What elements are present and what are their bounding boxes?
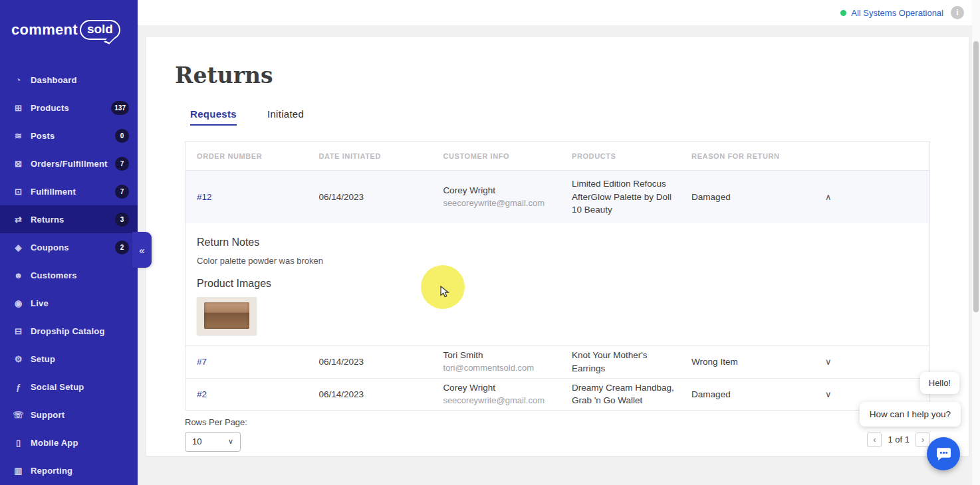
logo-text-sold: sold [80,20,120,40]
commentsold-logo[interactable]: comment sold [0,0,138,48]
returns-table: ORDER NUMBER DATE INITIATED CUSTOMER INF… [185,141,930,411]
chevron-up-icon: ∧ [825,192,832,202]
reporting-icon: ▥ [13,466,24,476]
sidebar-item-setup[interactable]: ⚙ Setup [0,345,138,373]
sidebar-item-reporting[interactable]: ▥ Reporting [0,456,138,484]
chat-icon [935,446,952,462]
sidebar-item-label: Mobile App [31,438,129,448]
return-notes-text: Color palette powder was broken [197,256,918,266]
rows-per-page-value: 10 [192,436,201,446]
dashboard-icon: ◔ [13,75,24,85]
column-header-reason-for-return: REASON FOR RETURN [680,152,805,160]
chevron-down-icon: ∨ [228,437,233,446]
support-icon: ☏ [13,410,24,420]
sidebar-item-label: Posts [31,131,115,141]
customer-name: Corey Wright [443,381,560,395]
order-number-link[interactable]: #7 [197,357,207,367]
sidebar-item-label: Reporting [31,466,129,476]
column-header-customer-info: CUSTOMER INFO [431,152,560,160]
reason-cell: Damaged [680,389,805,399]
sidebar-collapse-button[interactable]: « [132,232,152,268]
logo-text-comment: comment [11,21,78,39]
tab-requests[interactable]: Requests [190,108,237,126]
table-row[interactable]: #12 06/14/2023 Corey Wright seecoreywrit… [185,171,929,223]
order-number-link[interactable]: #2 [197,389,207,399]
products-badge: 137 [111,101,129,115]
info-icon[interactable]: i [951,6,964,19]
expand-row-button[interactable]: ∨ [805,357,929,367]
chat-launcher-button[interactable] [927,437,960,470]
tab-initiated[interactable]: Initiated [267,108,304,126]
sidebar-item-live[interactable]: ◉ Live [0,289,138,317]
sidebar-item-label: Support [31,410,129,420]
sidebar-item-fulfillment[interactable]: ⊡ Fulfillment 7 [0,177,138,205]
sidebar-item-posts[interactable]: ≋ Posts 0 [0,122,138,149]
sidebar-item-support[interactable]: ☏ Support [0,401,138,429]
chevron-down-icon: ∨ [825,357,832,367]
chat-greeting-bubble: Hello! [920,372,959,394]
dropship-catalog-icon: ⊟ [13,326,24,336]
sidebar-item-mobile-app[interactable]: ▯ Mobile App [0,429,138,456]
customer-name: Corey Wright [443,184,560,197]
social-setup-icon: ƒ [13,382,24,392]
sidebar-item-orders-fulfillment[interactable]: ⊠ Orders/Fulfillment 7 [0,149,138,177]
sidebar-item-coupons[interactable]: ◈ Coupons 2 [0,233,138,261]
customer-email: seecoreywrite@gmail.com [443,197,560,210]
rows-per-page-label: Rows Per Page: [185,417,247,427]
return-notes-title: Return Notes [197,237,918,248]
orders-fulfillment-icon: ⊠ [13,159,24,169]
order-number-link[interactable]: #12 [197,192,212,202]
table-header-row: ORDER NUMBER DATE INITIATED CUSTOMER INF… [185,142,929,171]
sidebar: comment sold ◔ Dashboard ⊞ Products 137 … [0,0,138,485]
posts-badge: 0 [115,129,129,143]
main-content: Returns Requests Initiated ORDER NUMBER … [138,25,980,485]
sidebar-nav: ◔ Dashboard ⊞ Products 137 ≋ Posts 0 ⊠ O… [0,66,138,484]
coupons-badge: 2 [115,241,129,254]
collapse-row-button[interactable]: ∧ [805,192,929,202]
product-image-thumbnail[interactable] [197,297,257,335]
sidebar-item-label: Setup [31,354,129,364]
system-status-link[interactable]: All Systems Operational [840,8,943,18]
table-row[interactable]: #2 06/14/2023 Corey Wright seecoreywrite… [185,378,929,410]
sidebar-item-label: Dropship Catalog [31,326,129,336]
setup-gear-icon: ⚙ [13,354,24,364]
products-cell: Limited Edition Refocus AfterGlow Palett… [560,177,680,217]
sidebar-item-label: Social Setup [31,382,129,392]
product-photo [204,302,249,329]
pagination-prev-button[interactable]: ‹ [867,433,882,447]
rows-per-page: Rows Per Page: 10 ∨ [185,417,247,452]
status-dot-icon [840,10,846,16]
sidebar-item-label: Returns [31,215,115,225]
tabs: Requests Initiated [190,108,969,126]
prev-arrow-icon: ‹ [873,435,876,444]
column-header-date-initiated: DATE INITIATED [308,152,432,160]
sidebar-item-dropship-catalog[interactable]: ⊟ Dropship Catalog [0,317,138,345]
scrollbar-thumb[interactable] [973,41,979,312]
pagination: ‹ 1 of 1 › [867,428,930,452]
sidebar-item-dashboard[interactable]: ◔ Dashboard [0,66,138,94]
sidebar-item-label: Orders/Fulfillment [31,159,115,169]
scrollbar-track[interactable] [972,0,980,485]
pagination-label: 1 of 1 [888,435,910,444]
sidebar-item-customers[interactable]: ☻ Customers [0,261,138,289]
sidebar-item-label: Products [31,103,111,113]
returns-icon: ⇄ [13,215,24,225]
table-row[interactable]: #7 06/14/2023 Tori Smith tori@commentsol… [185,346,929,378]
content-panel: Returns Requests Initiated ORDER NUMBER … [146,37,969,456]
products-cell: Dreamy Cream Handbag, Grab 'n Go Wallet [560,381,680,407]
date-initiated-cell: 06/14/2023 [308,357,432,367]
returns-badge: 3 [115,213,129,227]
rows-per-page-select[interactable]: 10 ∨ [185,432,241,452]
collapse-chevron-icon: « [139,244,144,256]
pagination-next-button[interactable]: › [916,433,930,447]
posts-icon: ≋ [13,131,24,141]
sidebar-item-returns[interactable]: ⇄ Returns 3 [0,205,138,233]
sidebar-item-label: Customers [31,270,129,280]
orders-fulfillment-badge: 7 [115,157,129,171]
sidebar-item-products[interactable]: ⊞ Products 137 [0,94,138,122]
expand-row-button[interactable]: ∨ [805,389,929,399]
sidebar-item-label: Dashboard [31,75,129,85]
table-footer: Rows Per Page: 10 ∨ ‹ 1 of 1 › [185,417,930,452]
sidebar-item-social-setup[interactable]: ƒ Social Setup [0,373,138,401]
fulfillment-icon: ⊡ [13,187,24,197]
